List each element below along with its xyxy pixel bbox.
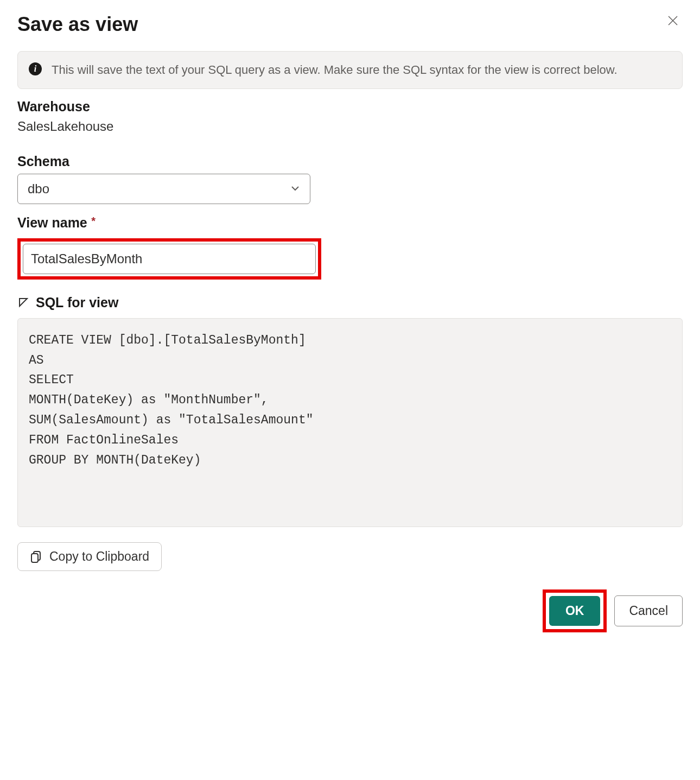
view-name-field: View name * — [17, 215, 683, 280]
view-name-highlight — [17, 238, 321, 280]
info-text: This will save the text of your SQL quer… — [52, 61, 661, 79]
schema-select[interactable]: dbo — [17, 174, 310, 204]
ok-button[interactable]: OK — [549, 596, 601, 626]
warehouse-label: Warehouse — [17, 99, 683, 115]
info-banner: i This will save the text of your SQL qu… — [17, 51, 683, 89]
dialog-title: Save as view — [17, 13, 138, 36]
svg-rect-1 — [31, 554, 38, 562]
dialog-footer: OK Cancel — [17, 589, 683, 632]
copy-button-label: Copy to Clipboard — [49, 549, 149, 564]
copy-to-clipboard-button[interactable]: Copy to Clipboard — [17, 542, 162, 571]
ok-button-highlight: OK — [543, 589, 607, 632]
sql-code-box[interactable]: CREATE VIEW [dbo].[TotalSalesByMonth] AS… — [17, 318, 683, 527]
chevron-down-icon — [290, 181, 300, 196]
dialog-header: Save as view — [17, 13, 683, 36]
schema-selected-value: dbo — [28, 181, 49, 196]
warehouse-value: SalesLakehouse — [17, 119, 683, 134]
copy-icon — [30, 550, 43, 563]
sql-section-label: SQL for view — [36, 295, 118, 310]
collapse-triangle-icon — [17, 296, 29, 308]
schema-field: Schema dbo — [17, 154, 683, 204]
warehouse-field: Warehouse SalesLakehouse — [17, 99, 683, 134]
save-as-view-dialog: Save as view i This will save the text o… — [0, 0, 700, 650]
schema-label: Schema — [17, 154, 683, 169]
info-icon: i — [29, 62, 42, 75]
sql-section-header[interactable]: SQL for view — [17, 295, 683, 310]
cancel-button[interactable]: Cancel — [614, 595, 683, 626]
view-name-input[interactable] — [23, 244, 316, 274]
view-name-label: View name * — [17, 215, 683, 231]
close-icon[interactable] — [663, 13, 683, 30]
